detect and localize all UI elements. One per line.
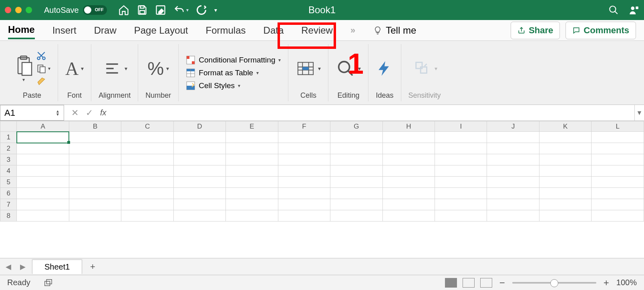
cell[interactable] — [435, 154, 487, 165]
account-icon[interactable] — [629, 5, 639, 15]
cell[interactable] — [435, 165, 487, 177]
column-header[interactable]: G — [330, 121, 382, 132]
cell[interactable] — [592, 210, 644, 222]
cell[interactable] — [539, 210, 591, 222]
cell[interactable] — [278, 165, 330, 177]
cell[interactable] — [435, 177, 487, 188]
cell[interactable] — [592, 188, 644, 199]
cell[interactable] — [330, 132, 382, 143]
cell[interactable] — [278, 177, 330, 188]
cell[interactable] — [487, 199, 539, 210]
cell[interactable] — [330, 165, 382, 177]
cell[interactable] — [278, 143, 330, 154]
cell[interactable] — [487, 132, 539, 143]
group-ideas[interactable]: Ideas — [368, 44, 401, 101]
save-edit-icon[interactable] — [155, 4, 166, 16]
fx-icon[interactable]: fx — [100, 108, 107, 117]
name-box-stepper-icon[interactable]: ▲▼ — [56, 110, 60, 116]
column-header[interactable]: E — [226, 121, 278, 132]
cell[interactable] — [226, 199, 278, 210]
cell[interactable] — [539, 165, 591, 177]
cell[interactable] — [173, 165, 225, 177]
cell[interactable] — [173, 210, 225, 222]
maximize-window-button[interactable] — [26, 7, 32, 13]
add-sheet-button[interactable]: + — [86, 260, 99, 273]
cell[interactable] — [382, 210, 435, 222]
format-as-table-button[interactable]: Format as Table▾ — [186, 68, 281, 78]
autosave-toggle[interactable]: OFF — [83, 5, 107, 15]
row-header[interactable]: 2 — [0, 143, 17, 154]
zoom-in-button[interactable]: + — [604, 277, 609, 288]
accept-formula-icon[interactable]: ✓ — [86, 108, 93, 118]
cell[interactable] — [17, 210, 69, 222]
cell[interactable] — [278, 188, 330, 199]
cell[interactable] — [382, 177, 435, 188]
cell[interactable] — [592, 165, 644, 177]
save-icon[interactable] — [137, 4, 148, 16]
copy-button[interactable]: ▾ — [36, 63, 50, 74]
cell[interactable] — [69, 154, 121, 165]
tell-me-search[interactable]: Tell me — [373, 25, 416, 36]
zoom-slider[interactable] — [512, 282, 596, 284]
column-header[interactable]: L — [592, 121, 644, 132]
cell[interactable] — [278, 199, 330, 210]
cut-icon[interactable] — [36, 50, 46, 61]
conditional-formatting-button[interactable]: Conditional Formatting▾ — [186, 55, 281, 65]
cell[interactable] — [173, 188, 225, 199]
column-header[interactable]: A — [17, 121, 69, 132]
column-header[interactable]: J — [487, 121, 539, 132]
cell[interactable] — [121, 210, 173, 222]
column-header[interactable]: K — [539, 121, 591, 132]
row-header[interactable]: 7 — [0, 199, 17, 210]
view-page-layout-icon[interactable] — [463, 278, 475, 288]
comments-button[interactable]: Comments — [566, 22, 636, 39]
cell[interactable] — [173, 132, 225, 143]
cell[interactable] — [69, 188, 121, 199]
cell[interactable] — [539, 154, 591, 165]
cell[interactable] — [17, 143, 69, 154]
view-page-break-icon[interactable] — [480, 278, 492, 288]
cell[interactable] — [121, 177, 173, 188]
cell[interactable] — [17, 154, 69, 165]
cell[interactable] — [69, 210, 121, 222]
cell[interactable] — [17, 132, 69, 143]
tabs-overflow-icon[interactable]: » — [350, 25, 355, 36]
cell[interactable] — [17, 188, 69, 199]
cell[interactable] — [382, 143, 435, 154]
cell[interactable] — [539, 132, 591, 143]
cell[interactable] — [539, 188, 591, 199]
cell[interactable] — [226, 210, 278, 222]
formula-input[interactable] — [114, 105, 634, 121]
cell[interactable] — [435, 199, 487, 210]
undo-split-button[interactable]: ▾ — [173, 4, 189, 16]
zoom-out-button[interactable]: − — [499, 277, 505, 288]
cell[interactable] — [69, 177, 121, 188]
cell[interactable] — [121, 199, 173, 210]
paste-button[interactable]: ▾ — [14, 54, 34, 83]
cell[interactable] — [487, 188, 539, 199]
row-header[interactable]: 3 — [0, 154, 17, 165]
search-icon[interactable] — [608, 5, 619, 15]
column-header[interactable]: I — [435, 121, 487, 132]
cell[interactable] — [330, 188, 382, 199]
cell[interactable] — [226, 165, 278, 177]
redo-icon[interactable] — [196, 4, 207, 16]
zoom-level[interactable]: 100% — [616, 278, 637, 287]
column-header[interactable]: B — [69, 121, 121, 132]
macro-record-icon[interactable] — [42, 278, 54, 287]
cell[interactable] — [539, 177, 591, 188]
row-header[interactable]: 4 — [0, 165, 17, 177]
cell[interactable] — [539, 199, 591, 210]
tab-insert[interactable]: Insert — [52, 22, 76, 38]
cell[interactable] — [278, 154, 330, 165]
cell[interactable] — [121, 132, 173, 143]
select-all-corner[interactable] — [0, 121, 17, 132]
home-icon[interactable] — [118, 4, 129, 16]
cell[interactable] — [17, 165, 69, 177]
cell[interactable] — [382, 154, 435, 165]
cell[interactable] — [487, 143, 539, 154]
cell[interactable] — [330, 177, 382, 188]
cell[interactable] — [17, 177, 69, 188]
cell[interactable] — [226, 154, 278, 165]
cell[interactable] — [173, 143, 225, 154]
